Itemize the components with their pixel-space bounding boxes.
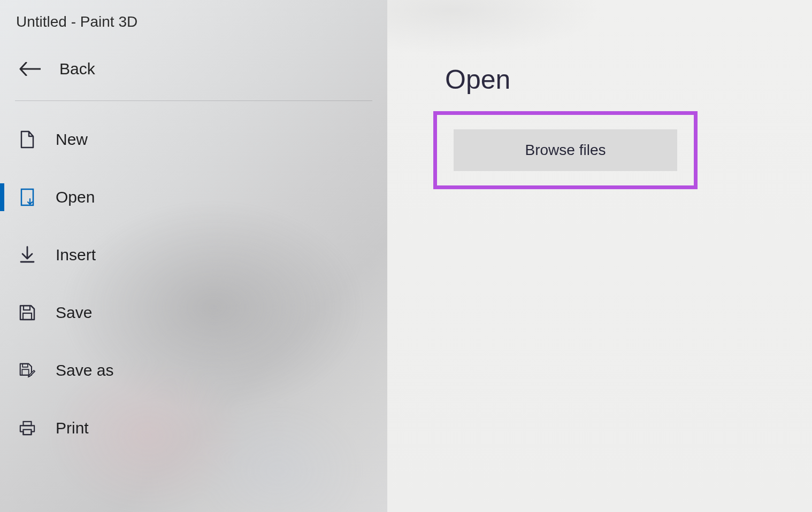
menu-label: Open	[56, 188, 95, 206]
browse-files-button[interactable]: Browse files	[454, 129, 677, 171]
menu-item-open[interactable]: Open	[0, 168, 387, 226]
menu-item-new[interactable]: New	[0, 111, 387, 168]
panel-heading: Open	[387, 0, 812, 108]
file-menu-sidebar: Untitled - Paint 3D Back	[0, 0, 387, 512]
menu-label: New	[56, 130, 88, 149]
file-menu-list: New Open	[0, 107, 387, 457]
menu-item-save-as[interactable]: Save as	[0, 342, 387, 399]
open-icon	[19, 188, 35, 206]
main-panel: Open Browse files	[387, 0, 812, 512]
svg-rect-6	[24, 430, 32, 435]
menu-item-insert[interactable]: Insert	[0, 226, 387, 284]
app-root: Untitled - Paint 3D Back	[0, 0, 812, 512]
insert-icon	[19, 246, 35, 264]
window-title: Untitled - Paint 3D	[0, 5, 387, 44]
menu-label: Save as	[56, 361, 113, 379]
menu-item-print[interactable]: Print	[0, 399, 387, 457]
print-icon	[19, 420, 35, 436]
back-label: Back	[59, 60, 95, 78]
menu-item-save[interactable]: Save	[0, 284, 387, 342]
menu-label: Print	[56, 419, 89, 437]
document-icon	[19, 130, 35, 149]
svg-rect-5	[24, 422, 32, 426]
back-arrow-icon	[19, 62, 41, 76]
menu-label: Insert	[56, 246, 96, 264]
svg-rect-4	[22, 369, 28, 375]
back-button[interactable]: Back	[0, 44, 387, 100]
save-icon	[19, 305, 35, 321]
browse-files-highlight: Browse files	[433, 111, 698, 189]
save-as-icon	[19, 362, 35, 379]
menu-label: Save	[56, 304, 92, 322]
svg-rect-2	[23, 313, 32, 320]
menu-divider	[15, 100, 372, 101]
sidebar-content: Untitled - Paint 3D Back	[0, 0, 387, 512]
